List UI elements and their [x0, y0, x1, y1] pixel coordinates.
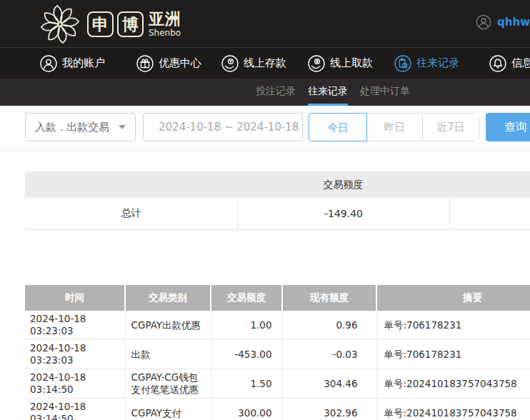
transaction-table: 时间交易类别交易额度现有额度摘要 2024-10-18 03:23:03 CGP…	[25, 285, 530, 420]
date-range-input[interactable]: 2024-10-18 ~ 2024-10-18	[143, 113, 303, 141]
cell-summary: 单号:202410183757043758	[376, 369, 530, 399]
cell-balance: -0.03	[282, 340, 376, 369]
summary-total-label: 总计	[25, 198, 237, 229]
nav-item-bell[interactable]: 信息	[489, 55, 530, 72]
table-row: 2024-10-18 03:14:50 CGPAY-CG钱包支付笔笔送优惠 1.…	[25, 369, 530, 399]
record-tabs: 投注记录往来记录处理中订单	[0, 79, 530, 106]
flower-logo-icon	[37, 3, 83, 46]
cell-time: 2024-10-18 03:23:03	[25, 311, 125, 340]
cell-summary: 单号:706178231	[376, 311, 530, 340]
cell-summary: 单号:706178231	[376, 340, 530, 369]
quick-date-button[interactable]: 近7日	[423, 114, 479, 141]
table-row: 2024-10-18 03:14:50 CGPAY支付 300.00 302.9…	[25, 399, 530, 420]
user-icon	[40, 55, 57, 72]
date-range-value: 2024-10-18 ~ 2024-10-18	[159, 121, 299, 134]
deposit-icon	[221, 55, 239, 72]
cell-amount: 1.50	[211, 369, 282, 399]
section-divider	[0, 150, 530, 151]
quick-date-button-group: 今日昨日近7日	[309, 113, 479, 141]
chevron-down-icon	[119, 125, 126, 129]
cell-type: 出款	[125, 340, 211, 369]
cell-summary: 单号:202410183757043758	[376, 399, 530, 420]
nav-item-records[interactable]: 往来记录	[394, 55, 459, 72]
column-header: 现有额度	[282, 285, 376, 311]
nav-item-deposit[interactable]: 线上存款	[221, 55, 286, 72]
column-header: 交易类别	[125, 285, 211, 311]
cell-time: 2024-10-18 03:14:50	[25, 369, 125, 399]
column-header: 交易额度	[211, 285, 282, 311]
cell-type: CGPAY-CG钱包支付笔笔送优惠	[125, 369, 211, 399]
table-row: 2024-10-18 03:23:03 出款 -453.00 -0.03 单号:…	[25, 340, 530, 369]
transaction-type-value: 入款 . 出款交易	[35, 121, 109, 134]
cell-amount: -453.00	[211, 340, 282, 369]
transaction-table-header: 时间交易类别交易额度现有额度摘要	[25, 285, 530, 311]
nav-item-withdraw[interactable]: 线上取款	[308, 55, 373, 72]
main-navbar: 我的账户 优惠中心 线上存款 线上取款 往来记录 信息	[0, 47, 530, 79]
brand-char-1: 申	[87, 11, 114, 37]
cell-balance: 304.46	[282, 369, 376, 399]
user-account[interactable]: qhhw	[476, 14, 530, 30]
nav-item-user[interactable]: 我的账户	[40, 55, 105, 72]
brand-region-en: Shenbo	[149, 29, 181, 37]
cell-amount: 300.00	[211, 399, 282, 420]
brand-char-2: 博	[117, 11, 144, 37]
summary-table: 交易额度 总计 -149.40	[25, 171, 530, 230]
brand-region: 亚洲 Shenbo	[149, 11, 181, 37]
column-header: 摘要	[376, 285, 530, 311]
brand-logo[interactable]: 申 博 亚洲 Shenbo	[37, 2, 181, 46]
bell-icon	[489, 55, 506, 72]
gift-icon	[136, 55, 154, 72]
search-button[interactable]: 查询	[486, 113, 530, 141]
cell-time: 2024-10-18 03:14:50	[25, 399, 125, 420]
column-header: 时间	[25, 285, 125, 311]
records-icon	[394, 55, 411, 72]
username-label: qhhw	[497, 16, 530, 29]
cell-time: 2024-10-18 03:23:03	[25, 340, 125, 369]
transaction-type-select[interactable]: 入款 . 出款交易	[25, 113, 136, 141]
withdraw-icon	[308, 55, 325, 72]
quick-date-button[interactable]: 今日	[309, 113, 367, 141]
tab-active[interactable]: 往来记录	[308, 79, 348, 106]
cell-amount: 1.00	[211, 311, 282, 340]
summary-total-value: -149.40	[237, 198, 449, 229]
nav-item-gift[interactable]: 优惠中心	[136, 55, 201, 72]
brand-region-cn: 亚洲	[149, 11, 181, 27]
cell-type: CGPAY支付	[125, 399, 211, 420]
summary-amount-header: 交易额度	[237, 171, 449, 198]
summary-table-header: 交易额度	[25, 171, 530, 198]
avatar-icon	[476, 14, 491, 30]
summary-table-row: 总计 -149.40	[25, 198, 530, 230]
tab-inactive[interactable]: 投注记录	[256, 79, 296, 106]
table-row: 2024-10-18 03:23:03 CGPAY出款优惠 1.00 0.96 …	[25, 311, 530, 340]
top-header-bar: 申 博 亚洲 Shenbo qhhw	[0, 0, 530, 47]
quick-date-button[interactable]: 昨日	[367, 114, 423, 141]
cell-balance: 0.96	[282, 311, 376, 340]
cell-type: CGPAY出款优惠	[125, 311, 211, 340]
cell-balance: 302.96	[282, 399, 376, 420]
tab-inactive[interactable]: 处理中订单	[360, 79, 410, 106]
